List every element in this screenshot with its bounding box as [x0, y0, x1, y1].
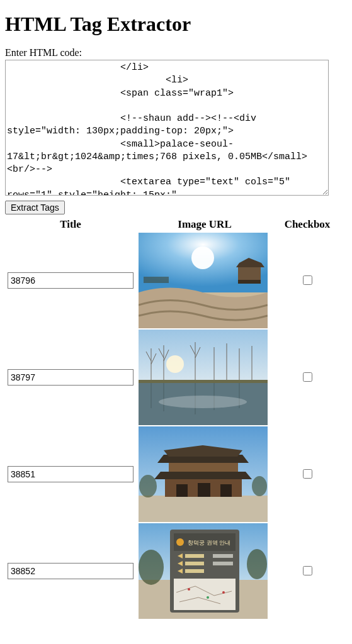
- svg-rect-37: [176, 484, 188, 497]
- svg-text:창덕궁 권역 안내: 창덕궁 권역 안내: [188, 540, 230, 546]
- row-checkbox[interactable]: [303, 566, 312, 575]
- result-image: [139, 426, 268, 522]
- svg-rect-56: [213, 554, 233, 558]
- svg-point-40: [139, 475, 157, 497]
- table-row: [5, 426, 341, 523]
- table-row: 창덕궁 권역 안내: [5, 523, 341, 619]
- svg-rect-5: [238, 280, 261, 284]
- title-input[interactable]: [8, 369, 133, 386]
- textarea-label: Enter HTML code:: [5, 47, 352, 58]
- page-title: HTML Tag Extractor: [5, 13, 352, 36]
- svg-point-45: [247, 549, 267, 579]
- svg-point-61: [222, 591, 225, 594]
- svg-point-59: [188, 588, 190, 591]
- svg-rect-57: [213, 562, 233, 565]
- result-image: 창덕궁 권역 안내: [139, 523, 268, 619]
- svg-rect-7: [139, 330, 268, 380]
- svg-point-29: [159, 396, 247, 408]
- extract-tags-button[interactable]: Extract Tags: [5, 201, 65, 214]
- title-input[interactable]: [8, 272, 133, 289]
- row-checkbox[interactable]: [303, 469, 312, 479]
- col-header-checkbox: Checkbox: [273, 217, 341, 232]
- table-row: [5, 232, 341, 329]
- svg-rect-31: [139, 496, 268, 522]
- svg-rect-58: [174, 579, 236, 610]
- svg-rect-34: [169, 463, 238, 472]
- svg-point-8: [166, 355, 184, 373]
- col-header-title: Title: [5, 217, 136, 232]
- svg-rect-53: [185, 562, 204, 565]
- result-image: [139, 233, 268, 328]
- svg-point-41: [252, 476, 267, 496]
- html-code-input[interactable]: [5, 60, 329, 196]
- title-input[interactable]: [8, 466, 133, 482]
- svg-rect-38: [198, 483, 210, 497]
- row-checkbox[interactable]: [303, 275, 312, 285]
- svg-point-48: [176, 538, 184, 546]
- result-image: [139, 330, 268, 425]
- svg-point-1: [191, 247, 214, 269]
- svg-rect-39: [220, 484, 232, 497]
- results-table: Title Image URL Checkbox: [5, 217, 341, 619]
- svg-rect-22: [139, 380, 268, 383]
- svg-rect-6: [144, 277, 169, 283]
- table-row: [5, 329, 341, 426]
- title-input[interactable]: [8, 563, 133, 579]
- svg-rect-55: [185, 569, 204, 573]
- svg-point-60: [207, 596, 209, 599]
- col-header-image-url: Image URL: [136, 217, 273, 232]
- svg-point-44: [139, 550, 164, 585]
- row-checkbox[interactable]: [303, 372, 312, 382]
- svg-rect-51: [185, 554, 204, 558]
- svg-rect-4: [238, 267, 261, 280]
- svg-marker-35: [154, 472, 252, 479]
